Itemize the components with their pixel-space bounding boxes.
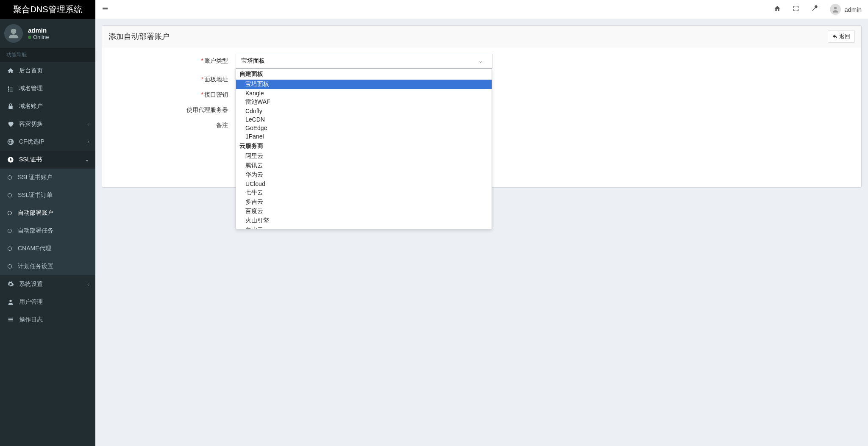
nav-section-header: 功能导航 xyxy=(0,48,95,62)
sidebar-item-users[interactable]: 用户管理 xyxy=(0,293,95,311)
sidebar-item-label: 操作日志 xyxy=(19,316,43,324)
form-label: *面板地址 xyxy=(108,76,236,83)
avatar xyxy=(830,4,841,15)
account-type-select[interactable]: 宝塔面板 ⌵ xyxy=(236,54,493,68)
sidebar-item-label: 域名账户 xyxy=(19,102,43,110)
circle-icon xyxy=(8,211,12,215)
topbar: admin xyxy=(95,0,868,19)
app-logo: 聚合DNS管理系统 xyxy=(0,0,95,19)
form-label: *账户类型 xyxy=(108,57,236,65)
sidebar-item-failover[interactable]: 容灾切换 ‹ xyxy=(0,115,95,133)
sidebar-item-label: 系统设置 xyxy=(19,280,43,288)
back-button[interactable]: 返回 xyxy=(828,30,855,43)
circle-icon xyxy=(8,193,12,197)
form-label: 备注 xyxy=(108,122,236,129)
account-type-dropdown[interactable]: 自建面板宝塔面板Kangle雷池WAFCdnflyLeCDNGoEdge1Pan… xyxy=(236,68,492,229)
dropdown-option[interactable]: GoEdge xyxy=(236,124,492,132)
sidebar-toggle-button[interactable] xyxy=(102,5,108,14)
home-icon xyxy=(6,67,15,74)
sidebar-item-label: SSL证书 xyxy=(19,156,42,163)
dropdown-option[interactable]: 百度云 xyxy=(236,207,492,216)
topbar-username: admin xyxy=(844,6,862,13)
app-title: 聚合DNS管理系统 xyxy=(13,4,82,15)
chevron-left-icon: ‹ xyxy=(87,122,89,127)
dropdown-option[interactable]: 华为云 xyxy=(236,170,492,180)
expand-icon xyxy=(793,5,799,12)
sidebar-sub-deploy-task[interactable]: 自动部署任务 xyxy=(0,222,95,240)
dropdown-option[interactable]: 阿里云 xyxy=(236,152,492,161)
dropdown-group-header: 自建面板 xyxy=(236,69,492,80)
circle-icon xyxy=(8,247,12,251)
form-label: *接口密钥 xyxy=(108,91,236,99)
circle-icon xyxy=(8,264,12,269)
main-area: admin 添加自动部署账户 返回 *账户类型 xyxy=(95,0,868,446)
panel-header: 添加自动部署账户 返回 xyxy=(102,26,861,47)
user-icon xyxy=(6,299,15,305)
dropdown-option[interactable]: 宝塔面板 xyxy=(236,80,492,89)
dropdown-option[interactable]: Cdnfly xyxy=(236,107,492,115)
dropdown-option[interactable]: 腾讯云 xyxy=(236,161,492,170)
sidebar-item-label: CF优选IP xyxy=(19,138,45,146)
dropdown-option[interactable]: LeCDN xyxy=(236,115,492,124)
svg-point-0 xyxy=(11,29,17,34)
circle-icon xyxy=(8,229,12,233)
form-row-account-type: *账户类型 宝塔面板 ⌵ 自建面板宝塔面板Kangle雷池WAFCdnflyLe… xyxy=(108,54,855,68)
form-label: 使用代理服务器 xyxy=(108,106,236,114)
home-icon xyxy=(774,5,781,12)
svg-point-3 xyxy=(834,7,837,9)
dropdown-option[interactable]: 雷池WAF xyxy=(236,97,492,107)
sidebar-item-domain-manage[interactable]: 域名管理 xyxy=(0,80,95,97)
sidebar-user-status: Online xyxy=(28,34,49,40)
globe-icon xyxy=(6,139,15,145)
dropdown-option[interactable]: 七牛云 xyxy=(236,188,492,197)
dropdown-option[interactable]: UCloud xyxy=(236,180,492,188)
sidebar-item-label: 域名管理 xyxy=(19,85,43,92)
heartbeat-icon xyxy=(6,121,15,127)
sidebar-submenu-ssl: SSL证书账户 SSL证书订单 自动部署账户 自动部署任务 CNAME代理 计划… xyxy=(0,169,95,275)
sidebar-item-label: 后台首页 xyxy=(19,67,43,75)
sidebar-username: admin xyxy=(28,27,49,34)
sidebar-item-logs[interactable]: 操作日志 xyxy=(0,311,95,329)
lock-icon xyxy=(6,103,15,110)
sidebar: 聚合DNS管理系统 admin Online 功能导航 后台首页 域名管理 xyxy=(0,0,95,446)
dropdown-option[interactable]: 多吉云 xyxy=(236,197,492,207)
sidebar-sub-cron[interactable]: 计划任务设置 xyxy=(0,258,95,275)
sidebar-sub-deploy-account[interactable]: 自动部署账户 xyxy=(0,204,95,222)
avatar xyxy=(4,24,23,43)
sidebar-user-panel: admin Online xyxy=(0,19,95,48)
sidebar-item-label: 容灾切换 xyxy=(19,120,43,128)
topbar-tools-button[interactable] xyxy=(811,5,818,14)
shield-lock-icon xyxy=(6,156,15,163)
panel-body: *账户类型 宝塔面板 ⌵ 自建面板宝塔面板Kangle雷池WAFCdnflyLe… xyxy=(102,47,861,187)
dropdown-group-header: 云服务商 xyxy=(236,141,492,152)
dropdown-option[interactable]: 白山云 xyxy=(236,225,492,229)
dropdown-option[interactable]: Kangle xyxy=(236,89,492,97)
topbar-user-menu[interactable]: admin xyxy=(830,4,862,15)
sidebar-item-ssl[interactable]: SSL证书 ⌄ xyxy=(0,151,95,169)
sidebar-sub-ssl-order[interactable]: SSL证书订单 xyxy=(0,186,95,204)
topbar-home-button[interactable] xyxy=(774,5,781,14)
reply-icon xyxy=(832,34,837,39)
sidebar-user-info: admin Online xyxy=(28,27,49,40)
list-icon xyxy=(6,85,15,92)
sidebar-item-dashboard[interactable]: 后台首页 xyxy=(0,62,95,80)
account-type-select-wrap: 宝塔面板 ⌵ 自建面板宝塔面板Kangle雷池WAFCdnflyLeCDNGoE… xyxy=(236,54,493,68)
status-dot-icon xyxy=(28,36,31,39)
dropdown-option[interactable]: 1Panel xyxy=(236,132,492,141)
sidebar-item-domain-account[interactable]: 域名账户 xyxy=(0,97,95,115)
topbar-actions: admin xyxy=(774,4,862,15)
hamburger-icon xyxy=(102,5,108,12)
list-icon xyxy=(6,316,15,323)
sidebar-sub-cname-proxy[interactable]: CNAME代理 xyxy=(0,240,95,258)
sidebar-sub-ssl-account[interactable]: SSL证书账户 xyxy=(0,169,95,186)
sidebar-item-label: 用户管理 xyxy=(19,298,43,306)
topbar-fullscreen-button[interactable] xyxy=(793,5,799,14)
circle-icon xyxy=(8,175,12,180)
sidebar-item-settings[interactable]: 系统设置 ‹ xyxy=(0,275,95,293)
chevron-left-icon: ‹ xyxy=(87,282,89,287)
sidebar-item-cf-ip[interactable]: CF优选IP ‹ xyxy=(0,133,95,151)
sidebar-nav: 后台首页 域名管理 域名账户 容灾切换 ‹ CF优选IP ‹ xyxy=(0,62,95,329)
chevron-down-icon: ⌵ xyxy=(479,58,482,64)
panel: 添加自动部署账户 返回 *账户类型 宝塔面板 ⌵ xyxy=(102,25,862,188)
dropdown-option[interactable]: 火山引擎 xyxy=(236,216,492,225)
